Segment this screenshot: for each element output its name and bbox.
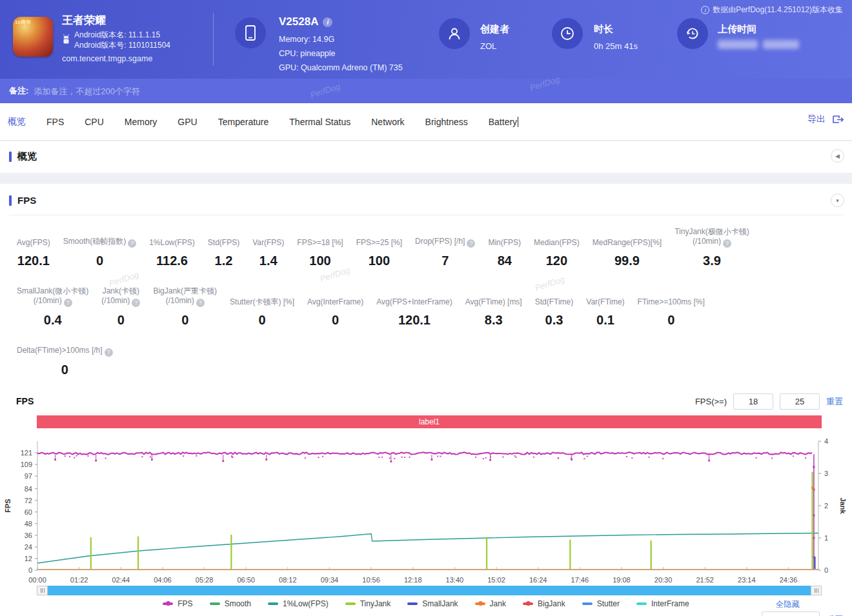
help-icon[interactable]: ?: [196, 299, 205, 307]
stat-value: 120.1: [376, 313, 452, 328]
help-icon[interactable]: ?: [105, 348, 113, 357]
legend-item-bigjank[interactable]: BigJank: [523, 599, 565, 608]
report-header: 10周年 王者荣耀 Android版本名: 11.1.1.15 Android版…: [0, 0, 852, 79]
legend-marker: [163, 602, 173, 605]
legend-item-1-low-fps-[interactable]: 1%Low(FPS): [268, 599, 329, 608]
help-icon[interactable]: ?: [132, 299, 140, 307]
stat-label: Std(FTime): [535, 297, 574, 307]
note-input[interactable]: [34, 86, 550, 96]
fps-threshold-input-2[interactable]: [780, 393, 820, 410]
legend-item-jank[interactable]: Jank: [475, 599, 506, 608]
stat-value: 99.9: [593, 253, 662, 268]
fps-chart-title: FPS: [16, 396, 34, 406]
svg-text:97: 97: [25, 472, 32, 480]
stat-label: Avg(FPS): [17, 238, 50, 248]
svg-text:60: 60: [25, 508, 32, 516]
legend-item-smooth[interactable]: Smooth: [210, 599, 251, 608]
device-gpu: GPU: Qualcomm Adreno (TM) 735: [279, 63, 403, 72]
stat-item: Drop(FPS) [/h]?7: [409, 237, 482, 268]
legend-label: BigJank: [538, 599, 565, 608]
legend-marker: [582, 602, 593, 605]
range-handle-left[interactable]: [37, 586, 48, 595]
legend-label: Stutter: [597, 599, 620, 608]
stat-item: Smooth(稳帧指数)?0: [57, 237, 143, 268]
stat-label: Avg(FTime) [ms]: [465, 297, 522, 307]
tab-memory[interactable]: Memory: [125, 117, 157, 127]
legend-item-tinyjank[interactable]: TinyJank: [345, 599, 391, 608]
creator-value: ZOL: [480, 41, 496, 51]
tab-brightness[interactable]: Brightness: [425, 117, 468, 127]
stat-value: 0.4: [17, 313, 88, 328]
svg-text:121: 121: [21, 449, 32, 457]
stat-value: 0.3: [535, 313, 574, 328]
threshold-reset-link[interactable]: 重置: [826, 396, 843, 408]
stat-item: Var(FPS)1.4: [246, 238, 290, 268]
help-icon[interactable]: ?: [467, 239, 475, 248]
chart-range-scrollbar[interactable]: [37, 586, 822, 595]
legend-item-smalljank[interactable]: SmallJank: [407, 599, 458, 608]
stat-label: MedRange(FPS)[%]: [593, 238, 662, 248]
legend-label: TinyJank: [360, 599, 391, 608]
export-icon[interactable]: [832, 114, 844, 125]
tab-fps[interactable]: FPS: [46, 117, 64, 127]
svg-text:12:18: 12:18: [404, 576, 422, 584]
svg-text:04:06: 04:06: [154, 576, 172, 584]
note-label: 备注:: [9, 85, 28, 97]
stat-label: Jank(卡顿) (/10min)?: [101, 286, 140, 307]
tab-概览[interactable]: 概览: [8, 116, 26, 128]
stat-item: TinyJank(极微小卡顿) (/10min)?3.9: [668, 227, 756, 268]
tab-battery[interactable]: Battery: [489, 117, 518, 127]
frametime-input[interactable]: [762, 611, 820, 616]
collect-info: i 数据由PerfDog(11.4.251012)版本收集: [701, 5, 843, 15]
chart-annotation-banner: label1: [37, 415, 822, 428]
stat-value: 112.6: [149, 253, 195, 268]
svg-text:24: 24: [25, 543, 32, 551]
export-button[interactable]: 导出: [807, 114, 826, 125]
hide-all-series-link[interactable]: 全隐藏: [776, 599, 800, 610]
help-icon[interactable]: ?: [723, 239, 731, 248]
stat-label: Avg(FPS+InterFrame): [376, 297, 452, 307]
fps-section-title: FPS: [17, 195, 36, 206]
svg-text:09:34: 09:34: [321, 576, 339, 584]
tab-gpu[interactable]: GPU: [178, 117, 197, 127]
svg-text:23:14: 23:14: [738, 576, 756, 584]
range-handle-right[interactable]: [811, 586, 822, 595]
help-icon[interactable]: ?: [128, 239, 136, 248]
app-icon-badge: 10周年: [15, 19, 31, 26]
svg-text:05:28: 05:28: [196, 576, 214, 584]
svg-text:0: 0: [824, 566, 828, 574]
legend-item-stutter[interactable]: Stutter: [582, 599, 620, 608]
overview-collapse-button[interactable]: ◀: [831, 149, 844, 163]
legend-marker: [636, 602, 647, 605]
svg-text:84: 84: [25, 485, 32, 493]
frametime-threshold-row: FrameTime(ms) 重置: [696, 611, 843, 616]
legend-label: Smooth: [225, 599, 251, 608]
svg-text:01:22: 01:22: [70, 576, 88, 584]
fps-threshold-input-1[interactable]: [733, 393, 773, 410]
stat-item: Avg(FPS)120.1: [10, 238, 57, 268]
stat-value: 0: [153, 313, 217, 328]
svg-text:0: 0: [28, 566, 32, 574]
stat-label: Var(FTime): [586, 297, 624, 307]
android-version-block: Android版本名: 11.1.1.15 Android版本号: 110101…: [62, 30, 170, 50]
stat-item: Var(FTime)0.1: [580, 297, 631, 328]
help-icon[interactable]: ?: [64, 299, 72, 307]
stat-label: Median(FPS): [534, 238, 580, 248]
legend-item-fps[interactable]: FPS: [163, 599, 192, 608]
svg-text:20:30: 20:30: [654, 576, 673, 584]
divider: [9, 215, 843, 215]
stat-value: 7: [415, 253, 475, 268]
legend-label: SmallJank: [422, 599, 458, 608]
tab-temperature[interactable]: Temperature: [218, 117, 269, 127]
tab-thermal-status[interactable]: Thermal Status: [289, 117, 350, 127]
tab-network[interactable]: Network: [371, 117, 404, 127]
tab-cpu[interactable]: CPU: [85, 117, 104, 127]
stat-value: 3.9: [674, 253, 749, 268]
legend-item-interframe[interactable]: InterFrame: [636, 599, 689, 608]
device-info-icon[interactable]: i: [323, 17, 332, 27]
fps-collapse-button[interactable]: ▾: [831, 194, 844, 207]
stat-label: Std(FPS): [208, 238, 239, 248]
stat-item: Median(FPS)120: [527, 238, 586, 268]
stat-item: Min(FPS)84: [482, 238, 527, 268]
creator-icon-circle: [439, 18, 470, 49]
